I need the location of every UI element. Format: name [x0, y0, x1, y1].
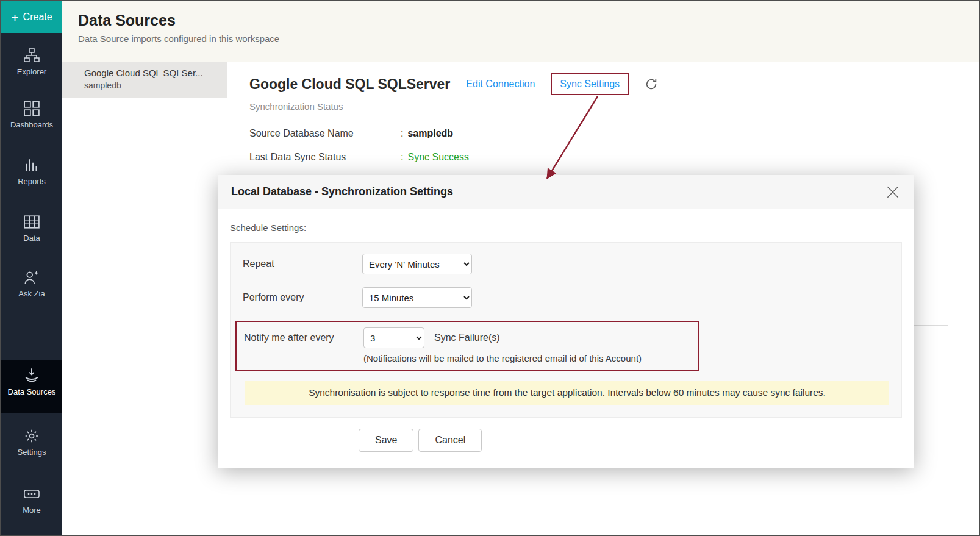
sidebar-item-data-sources[interactable]: Data Sources — [1, 360, 62, 413]
sidebar-item-reports[interactable]: Reports — [1, 157, 62, 186]
sidebar-item-ask-zia[interactable]: Ask Zia — [1, 270, 62, 298]
notify-annotation-box: Notify me after every 3 Sync Failure(s) … — [235, 321, 699, 371]
edit-connection-link[interactable]: Edit Connection — [466, 79, 535, 90]
field-value-sync-status: Sync Success — [407, 152, 468, 163]
notify-row: Notify me after every 3 Sync Failure(s) — [244, 327, 690, 348]
notify-suffix: Sync Failure(s) — [434, 332, 500, 343]
field-label: Last Data Sync Status — [249, 152, 401, 163]
save-button[interactable]: Save — [359, 429, 413, 452]
modal-body: Schedule Settings: Repeat Every 'N' Minu… — [218, 209, 914, 468]
page-subtitle: Data Source imports configured in this w… — [78, 34, 980, 44]
field-colon: : — [401, 152, 403, 163]
sidebar-item-label: Settings — [18, 448, 46, 457]
sidebar-item-label: Ask Zia — [18, 289, 45, 298]
sync-settings-modal: Local Database - Synchronization Setting… — [218, 175, 914, 468]
sidebar-item-label: Data Sources — [8, 387, 56, 396]
datasource-title: Google Cloud SQL SQLServer — [249, 76, 450, 93]
gear-icon — [24, 428, 40, 444]
sync-status-section-label: Synchronization Status — [249, 101, 979, 112]
sync-settings-annotation-box: Sync Settings — [551, 73, 629, 95]
data-table-icon — [24, 214, 40, 230]
cancel-button[interactable]: Cancel — [418, 429, 482, 452]
close-icon[interactable] — [885, 184, 901, 200]
field-value-database-name: sampledb — [407, 128, 453, 139]
field-colon: : — [401, 128, 403, 139]
plus-icon: + — [11, 11, 18, 24]
notify-label: Notify me after every — [244, 332, 363, 343]
sidebar-item-label: More — [23, 506, 41, 515]
dashboards-icon — [24, 101, 40, 116]
sidebar-item-label: Data — [23, 234, 40, 243]
perform-every-label: Perform every — [243, 292, 362, 303]
sidebar-item-dashboards[interactable]: Dashboards — [1, 101, 62, 129]
create-button[interactable]: + Create — [1, 1, 62, 33]
data-sources-icon — [24, 367, 40, 383]
sidebar-item-explorer[interactable]: Explorer — [1, 48, 62, 76]
sidebar-item-more[interactable]: More — [1, 486, 62, 515]
refresh-icon[interactable] — [645, 77, 658, 91]
notify-note: (Notifications will be mailed to the reg… — [363, 353, 690, 363]
repeat-row: Repeat Every 'N' Minutes — [243, 254, 889, 274]
sidebar-item-settings[interactable]: Settings — [1, 428, 62, 457]
explorer-icon — [24, 48, 40, 63]
app-root: + Create Explorer Dashboards — [0, 0, 980, 536]
modal-actions: Save Cancel — [359, 429, 902, 452]
schedule-settings-label: Schedule Settings: — [230, 223, 902, 233]
sync-settings-link[interactable]: Sync Settings — [560, 79, 620, 89]
perform-every-row: Perform every 15 Minutes — [243, 287, 889, 308]
perform-every-select[interactable]: 15 Minutes — [362, 287, 472, 308]
repeat-select[interactable]: Every 'N' Minutes — [362, 254, 472, 274]
sidebar-item-label: Reports — [18, 177, 46, 186]
page-header: Data Sources Data Source imports configu… — [62, 1, 980, 62]
page-title: Data Sources — [78, 12, 980, 29]
schedule-settings-panel: Repeat Every 'N' Minutes Perform every 1… — [230, 242, 902, 418]
sidebar: + Create Explorer Dashboards — [1, 1, 62, 535]
reports-icon — [24, 157, 40, 173]
source-list-item[interactable]: Google Cloud SQL SQLSer... sampledb — [62, 62, 227, 98]
modal-header: Local Database - Synchronization Setting… — [218, 175, 914, 209]
ask-zia-icon — [24, 270, 40, 285]
field-label: Source Database Name — [249, 128, 401, 139]
sidebar-item-data[interactable]: Data — [1, 214, 62, 243]
sidebar-item-label: Dashboards — [10, 120, 53, 129]
repeat-label: Repeat — [243, 259, 362, 270]
modal-title: Local Database - Synchronization Setting… — [231, 185, 453, 198]
more-ellipsis-icon — [24, 486, 40, 502]
source-list-panel: Google Cloud SQL SQLSer... sampledb — [62, 62, 227, 535]
field-row-database-name: Source Database Name : sampledb — [249, 128, 979, 139]
sync-warning-banner: Synchronisation is subject to response t… — [245, 381, 889, 405]
notify-count-select[interactable]: 3 — [363, 327, 424, 348]
field-row-sync-status: Last Data Sync Status : Sync Success — [249, 152, 979, 163]
source-name: Google Cloud SQL SQLSer... — [84, 68, 220, 78]
source-database: sampledb — [84, 80, 220, 90]
sidebar-item-label: Explorer — [17, 67, 46, 76]
create-button-label: Create — [23, 12, 52, 23]
